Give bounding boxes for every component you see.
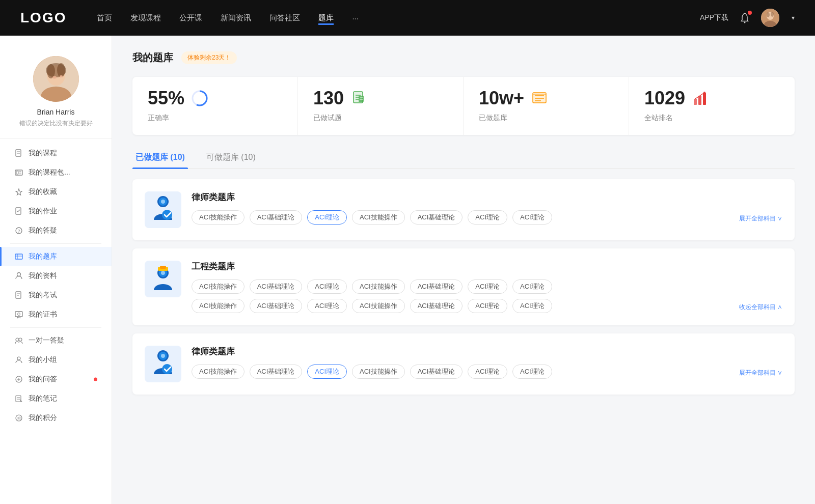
stat-done-questions: 130 已做试题 bbox=[298, 77, 464, 135]
qb-tag-2-0[interactable]: ACI技能操作 bbox=[192, 365, 244, 379]
qb-card-inner-engineer: 工程类题库 ACI技能操作 ACI基础理论 ACI理论 ACI技能操作 ACI基… bbox=[145, 261, 782, 313]
profile-motto: 错误的决定比没有决定要好 bbox=[19, 119, 93, 128]
qb-expand-2[interactable]: 展开全部科目 ∨ bbox=[739, 367, 782, 377]
nav-home[interactable]: 首页 bbox=[97, 11, 112, 25]
package-icon bbox=[14, 168, 23, 177]
qb-tag-0-1[interactable]: ACI基础理论 bbox=[250, 210, 303, 225]
sidebar-item-points[interactable]: 积 我的积分 bbox=[0, 408, 112, 428]
svg-rect-40 bbox=[16, 396, 21, 402]
qb-tag-1-r2-3[interactable]: ACI技能操作 bbox=[352, 299, 405, 313]
sidebar-item-notes-label: 我的笔记 bbox=[29, 394, 57, 403]
stat-rank-value: 1029 bbox=[644, 89, 685, 107]
user-avatar[interactable] bbox=[761, 9, 779, 27]
sidebar-item-homework[interactable]: 我的作业 bbox=[0, 202, 112, 221]
svg-point-12 bbox=[52, 76, 57, 79]
notification-bell[interactable] bbox=[739, 12, 751, 24]
qb-tag-2-2[interactable]: ACI理论 bbox=[307, 365, 347, 379]
separator-1 bbox=[10, 243, 101, 244]
qb-tag-1-r2-5[interactable]: ACI理论 bbox=[468, 299, 507, 313]
sidebar-item-exam[interactable]: 我的考试 bbox=[0, 286, 112, 305]
stat-rank-label: 全站排名 bbox=[644, 114, 779, 123]
course-icon bbox=[14, 149, 23, 158]
qb-tag-1-6[interactable]: ACI理论 bbox=[512, 279, 552, 294]
qb-tag-1-2[interactable]: ACI理论 bbox=[307, 279, 347, 294]
qb-tag-2-4[interactable]: ACI基础理论 bbox=[410, 365, 463, 379]
svg-point-34 bbox=[16, 338, 19, 341]
qb-tag-2-5[interactable]: ACI理论 bbox=[468, 365, 507, 379]
logo[interactable]: LOGO bbox=[20, 10, 66, 26]
qb-tag-1-5[interactable]: ACI理论 bbox=[468, 279, 507, 294]
qb-tag-1-4[interactable]: ACI基础理论 bbox=[410, 279, 463, 294]
qb-tag-0-4[interactable]: ACI基础理论 bbox=[410, 210, 463, 225]
sidebar-item-package-label: 我的课程包... bbox=[29, 168, 70, 177]
user-menu-chevron[interactable]: ▾ bbox=[792, 14, 795, 21]
sidebar-item-notes[interactable]: 我的笔记 bbox=[0, 389, 112, 408]
qb-tag-1-r2-0[interactable]: ACI技能操作 bbox=[192, 299, 244, 313]
svg-point-68 bbox=[161, 200, 165, 204]
qb-content-engineer: 工程类题库 ACI技能操作 ACI基础理论 ACI理论 ACI技能操作 ACI基… bbox=[192, 261, 782, 313]
qb-tag-2-1[interactable]: ACI基础理论 bbox=[250, 365, 303, 379]
nav-bank[interactable]: 题库 bbox=[318, 11, 334, 25]
sidebar-item-profile[interactable]: 我的资料 bbox=[0, 266, 112, 286]
qb-tag-1-r2-1[interactable]: ACI基础理论 bbox=[250, 299, 303, 313]
nav-discover[interactable]: 发现课程 bbox=[130, 11, 161, 25]
qb-tag-1-r2-2[interactable]: ACI理论 bbox=[307, 299, 347, 313]
sidebar-item-cert[interactable]: 我的证书 bbox=[0, 305, 112, 324]
page-title: 我的题库 bbox=[132, 51, 173, 65]
sidebar-item-answers-label: 我的问答 bbox=[29, 375, 57, 384]
profile-icon bbox=[14, 271, 23, 281]
qb-tag-1-3[interactable]: ACI技能操作 bbox=[352, 279, 405, 294]
qb-tag-1-0[interactable]: ACI技能操作 bbox=[192, 279, 244, 294]
stat-rank: 1029 全站排名 bbox=[629, 77, 795, 135]
qb-tag-1-1[interactable]: ACI基础理论 bbox=[250, 279, 303, 294]
list-icon bbox=[530, 89, 549, 107]
sidebar: Brian Harris 错误的决定比没有决定要好 我的课程 我的课程包... … bbox=[0, 36, 112, 504]
tab-done-banks[interactable]: 已做题库 (10) bbox=[132, 147, 188, 168]
sidebar-item-tutor[interactable]: 一对一答疑 bbox=[0, 331, 112, 350]
qb-tag-0-6[interactable]: ACI理论 bbox=[512, 210, 552, 225]
stat-rank-top: 1029 bbox=[644, 89, 779, 107]
sidebar-item-favorites[interactable]: 我的收藏 bbox=[0, 182, 112, 202]
tutor-icon bbox=[14, 336, 23, 345]
qb-content-lawyer-2: 律师类题库 ACI技能操作 ACI基础理论 ACI理论 ACI技能操作 ACI基… bbox=[192, 346, 782, 379]
bank-icon bbox=[14, 252, 23, 261]
qb-tag-2-3[interactable]: ACI技能操作 bbox=[352, 365, 405, 379]
stat-banks-label: 已做题库 bbox=[479, 114, 613, 123]
nav-open-course[interactable]: 公开课 bbox=[179, 11, 202, 25]
nav-more[interactable]: ··· bbox=[352, 12, 359, 24]
qb-tag-0-0[interactable]: ACI技能操作 bbox=[192, 210, 244, 225]
app-download-button[interactable]: APP下载 bbox=[700, 13, 728, 22]
qb-expand-1[interactable]: 收起全部科目 ∧ bbox=[739, 301, 782, 312]
svg-point-36 bbox=[17, 357, 20, 360]
qb-tag-0-2[interactable]: ACI理论 bbox=[307, 210, 347, 225]
qb-tag-0-5[interactable]: ACI理论 bbox=[468, 210, 507, 225]
nav-news[interactable]: 新闻资讯 bbox=[221, 11, 251, 25]
sidebar-item-package[interactable]: 我的课程包... bbox=[0, 163, 112, 182]
svg-point-35 bbox=[19, 338, 22, 341]
content-area: 我的题库 体验剩余23天！ 55% 正确率 bbox=[112, 36, 815, 504]
qb-tag-2-6[interactable]: ACI理论 bbox=[512, 365, 552, 379]
sidebar-item-tutor-label: 一对一答疑 bbox=[29, 336, 64, 345]
stat-accuracy-value: 55% bbox=[148, 89, 184, 107]
sidebar-item-favorites-label: 我的收藏 bbox=[29, 187, 57, 197]
svg-point-65 bbox=[703, 92, 705, 94]
qb-tag-0-3[interactable]: ACI技能操作 bbox=[352, 210, 405, 225]
sidebar-item-course[interactable]: 我的课程 bbox=[0, 144, 112, 163]
tab-available-banks[interactable]: 可做题库 (10) bbox=[203, 147, 259, 168]
svg-point-69 bbox=[162, 210, 172, 220]
qb-tag-1-r2-4[interactable]: ACI基础理论 bbox=[410, 299, 463, 313]
qb-expand-0[interactable]: 展开全部科目 ∨ bbox=[739, 212, 782, 223]
nav-qa[interactable]: 问答社区 bbox=[269, 11, 300, 25]
homework-icon bbox=[14, 207, 23, 216]
sidebar-menu: 我的课程 我的课程包... 我的收藏 我的作业 ? 我的答疑 我的题库 bbox=[0, 138, 112, 433]
qb-tag-1-r2-6[interactable]: ACI理论 bbox=[512, 299, 552, 313]
qb-title-engineer: 工程类题库 bbox=[192, 261, 782, 272]
qb-card-lawyer-1: 律师类题库 ACI技能操作 ACI基础理论 ACI理论 ACI技能操作 ACI基… bbox=[132, 179, 795, 240]
svg-point-47 bbox=[195, 94, 204, 103]
sidebar-item-myqa[interactable]: ? 我的答疑 bbox=[0, 221, 112, 240]
sidebar-item-group[interactable]: 我的小组 bbox=[0, 350, 112, 370]
sidebar-item-answers[interactable]: 我的问答 bbox=[0, 370, 112, 389]
svg-point-74 bbox=[161, 271, 165, 275]
qb-card-lawyer-2: 律师类题库 ACI技能操作 ACI基础理论 ACI理论 ACI技能操作 ACI基… bbox=[132, 333, 795, 395]
sidebar-item-bank[interactable]: 我的题库 bbox=[0, 247, 112, 266]
